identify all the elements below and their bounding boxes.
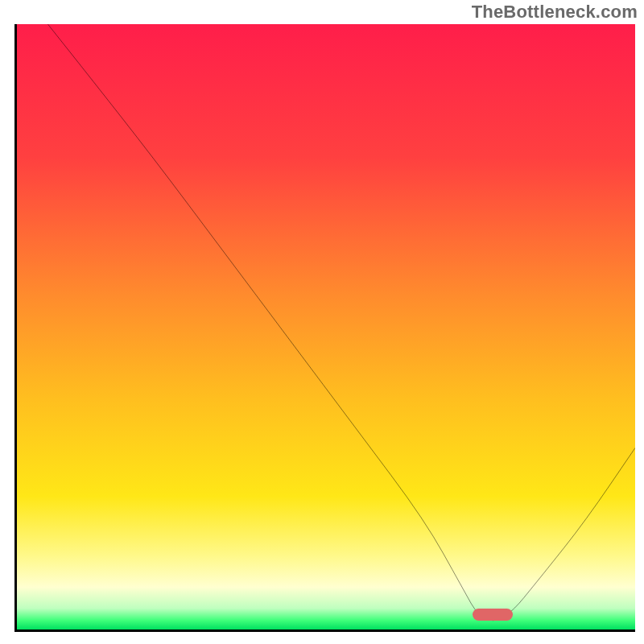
bottleneck-curve (47, 24, 635, 621)
recommended-marker (473, 609, 513, 621)
plot-area (14, 24, 635, 632)
watermark-text: TheBottleneck.com (472, 2, 638, 23)
curve-layer (17, 24, 635, 630)
chart-container: TheBottleneck.com (0, 0, 644, 644)
